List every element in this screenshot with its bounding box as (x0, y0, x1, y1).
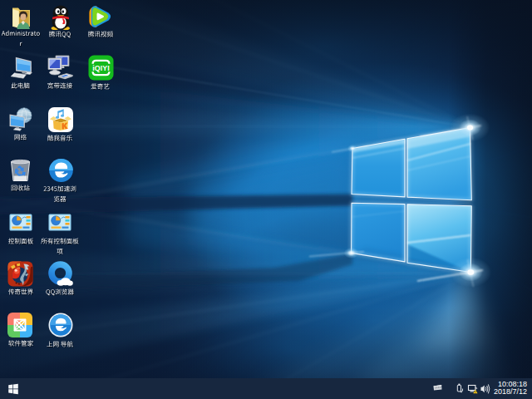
svg-text:iQIYI: iQIYI (92, 64, 110, 72)
